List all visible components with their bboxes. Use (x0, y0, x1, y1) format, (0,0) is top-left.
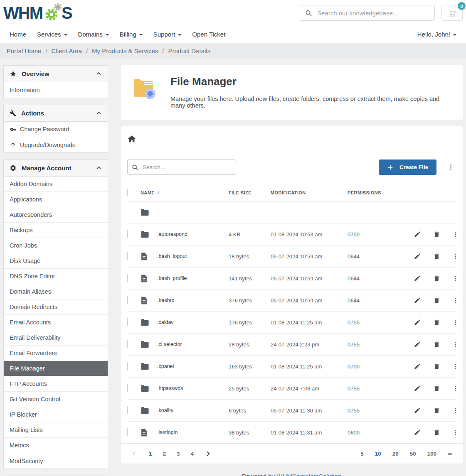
nav-item-billing[interactable]: Billing (114, 26, 148, 43)
edit-file-button[interactable] (412, 273, 423, 284)
page-number-1[interactable]: 1 (149, 451, 152, 457)
row-more-options-button[interactable] (451, 273, 461, 283)
select-all-checkbox[interactable] (127, 189, 128, 196)
sidebar-item-mailing-lists[interactable]: Mailing Lists (4, 422, 108, 438)
sidebar-item-dns-zone-editor[interactable]: DNS Zone Editor (4, 269, 108, 284)
row-more-options-button[interactable] (451, 251, 461, 261)
sidebar-item-email-forwarders[interactable]: Email Forwarders (4, 346, 108, 361)
sidebar-item-upgrade-downgrade[interactable]: Upgrade/Downgrade (4, 137, 108, 152)
nav-item-domains[interactable]: Domains (73, 26, 114, 43)
delete-file-button[interactable] (431, 251, 442, 262)
sidebar-item-modsecurity[interactable]: ModSecurity (4, 453, 108, 469)
delete-file-button[interactable] (431, 317, 442, 328)
delete-file-button[interactable] (431, 361, 442, 372)
file-name[interactable]: .koality (157, 407, 229, 413)
page-size-20[interactable]: 20 (392, 451, 399, 457)
file-name[interactable]: .bash_profile (157, 275, 229, 281)
page-number-4[interactable]: 4 (191, 451, 194, 457)
breadcrumb-link[interactable]: Portal Home (7, 47, 41, 54)
row-more-options-button[interactable] (451, 405, 461, 415)
page-size-5[interactable]: 5 (360, 451, 364, 457)
sidebar-item-information[interactable]: Information (4, 82, 108, 98)
sidebar-panel-header[interactable]: Manage Account (4, 160, 108, 177)
sidebar-item-applications[interactable]: Applications (4, 192, 108, 207)
row-checkbox[interactable] (127, 340, 128, 348)
page-size-∞[interactable]: ∞ (448, 451, 452, 457)
edit-file-button[interactable] (412, 383, 423, 394)
sidebar-item-ftp-accounts[interactable]: FTP Accounts (4, 376, 108, 392)
sidebar-item-metrics[interactable]: Metrics (4, 438, 108, 453)
delete-file-button[interactable] (431, 295, 442, 306)
row-checkbox[interactable] (127, 318, 128, 326)
delete-file-button[interactable] (431, 339, 442, 350)
knowledgebase-search-input[interactable] (317, 10, 429, 17)
edit-file-button[interactable] (412, 317, 423, 328)
file-name[interactable]: .cl.selector (157, 341, 229, 347)
next-page-button[interactable] (205, 450, 212, 457)
row-more-options-button[interactable] (451, 295, 461, 305)
edit-file-button[interactable] (412, 251, 423, 262)
file-name[interactable]: .bash_logout (157, 253, 229, 259)
file-name[interactable]: .. (157, 210, 229, 216)
delete-file-button[interactable] (431, 229, 442, 240)
page-size-50[interactable]: 50 (410, 451, 416, 457)
row-checkbox[interactable] (127, 362, 128, 370)
row-checkbox[interactable] (127, 274, 128, 282)
nav-item-home[interactable]: Home (4, 26, 32, 43)
edit-file-button[interactable] (412, 405, 423, 416)
row-checkbox[interactable] (127, 230, 128, 238)
row-more-options-button[interactable] (451, 361, 461, 371)
edit-file-button[interactable] (412, 361, 423, 372)
delete-file-button[interactable] (431, 273, 442, 284)
whmcompletesolution-link[interactable]: WHMCompleteSolution (276, 473, 341, 476)
page-size-100[interactable]: 100 (427, 451, 437, 457)
file-name[interactable]: .cpanel (157, 363, 229, 369)
row-checkbox[interactable] (127, 406, 128, 414)
file-name[interactable]: .bashrc (157, 297, 229, 303)
sidebar-item-email-deliverability[interactable]: Email Deliverability (4, 330, 108, 346)
file-name[interactable]: .lastlogin (157, 429, 229, 435)
row-checkbox[interactable] (127, 296, 128, 304)
cart-button[interactable]: 0 (441, 5, 463, 21)
row-checkbox[interactable] (127, 428, 128, 436)
row-more-options-button[interactable] (451, 229, 461, 239)
sidebar-item-git-version-control[interactable]: Git Version Control (4, 392, 108, 407)
edit-file-button[interactable] (412, 339, 423, 350)
column-header-modification[interactable]: MODIFICATION (271, 190, 348, 195)
row-checkbox[interactable] (127, 384, 128, 392)
page-size-10[interactable]: 10 (375, 451, 381, 457)
sidebar-panel-header[interactable]: Overview (4, 66, 108, 82)
sidebar-item-cron-jobs[interactable]: Cron Jobs (4, 238, 108, 253)
toolbar-more-options-button[interactable] (446, 162, 456, 172)
row-more-options-button[interactable] (451, 339, 461, 349)
account-menu[interactable]: Hello, John! (412, 26, 462, 43)
file-name[interactable]: .htpasswds (157, 385, 229, 391)
nav-item-services[interactable]: Services (32, 26, 73, 43)
row-more-options-button[interactable] (451, 427, 461, 437)
edit-file-button[interactable] (412, 427, 423, 438)
create-file-button[interactable]: Create File (379, 159, 436, 175)
edit-file-button[interactable] (412, 295, 423, 306)
sidebar-item-addon-domains[interactable]: Addon Domains (4, 177, 108, 192)
breadcrumb-link[interactable]: Client Area (52, 47, 82, 54)
whmcs-logo[interactable]: WHM S (3, 2, 72, 25)
column-header-file-size[interactable]: FILE SIZE (229, 190, 271, 195)
sidebar-panel-header[interactable]: Actions (4, 105, 108, 122)
sidebar-item-file-manager[interactable]: File Manager (4, 361, 108, 376)
column-header-permissions[interactable]: PERMISSIONS (348, 190, 412, 195)
sidebar-item-domain-redirects[interactable]: Domain Redirects (4, 299, 108, 315)
nav-item-open-ticket[interactable]: Open Ticket (187, 26, 231, 43)
page-number-3[interactable]: 3 (177, 451, 180, 457)
sidebar-item-backups[interactable]: Backups (4, 223, 108, 238)
delete-file-button[interactable] (431, 383, 442, 394)
sidebar-item-domain-aliases[interactable]: Domain Aliases (4, 284, 108, 299)
row-more-options-button[interactable] (451, 383, 461, 393)
column-header-name[interactable]: NAME↑ (141, 190, 229, 196)
page-number-2[interactable]: 2 (163, 451, 166, 457)
row-more-options-button[interactable] (451, 317, 461, 327)
home-directory-icon[interactable] (127, 135, 136, 144)
sidebar-item-autoresponders[interactable]: Autoresponders (4, 207, 108, 223)
file-search-input[interactable] (143, 164, 232, 170)
breadcrumb-link[interactable]: My Products & Services (92, 47, 158, 54)
file-name[interactable]: .caldav (157, 319, 229, 325)
